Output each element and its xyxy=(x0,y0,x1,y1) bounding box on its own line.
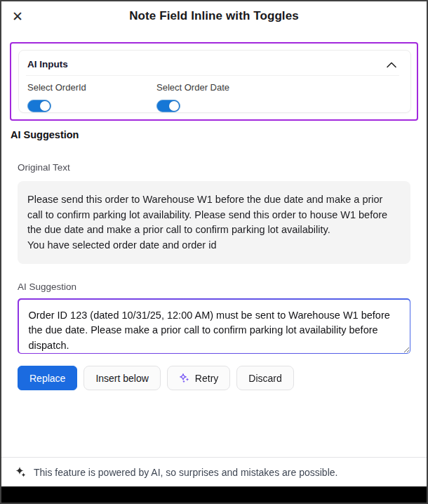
dialog-note-field-inline: ✕ Note Field Inline with Toggles AI Inpu… xyxy=(0,0,428,504)
ai-suggestion-label: AI Suggestion xyxy=(18,281,410,292)
toggle-label-orderid: Select OrderId xyxy=(27,82,156,93)
ai-inputs-header[interactable]: AI Inputs xyxy=(26,58,399,76)
original-text-label: Original Text xyxy=(18,162,410,173)
bottom-bar xyxy=(1,486,427,503)
toggle-knob xyxy=(40,101,50,111)
retry-button[interactable]: Retry xyxy=(167,366,230,390)
ai-suggestion-textarea[interactable]: Order ID 123 (dated 10/31/25, 12:00 AM) … xyxy=(19,300,410,353)
retry-button-label: Retry xyxy=(195,373,218,384)
ai-inputs-card: AI Inputs Select OrderId Select Order Da… xyxy=(18,50,411,113)
ai-suggestion-heading: AI Suggestion xyxy=(11,129,427,140)
toggle-group-orderid: Select OrderId xyxy=(27,82,156,112)
suggestion-content: Original Text Please send this order to … xyxy=(1,140,427,390)
toggle-group-orderdate: Select Order Date xyxy=(156,82,286,112)
ai-inputs-title: AI Inputs xyxy=(27,59,68,69)
chevron-up-icon[interactable] xyxy=(385,60,398,69)
original-text: Please send this order to Warehouse W1 b… xyxy=(27,192,401,253)
insert-below-button[interactable]: Insert below xyxy=(83,366,160,390)
toggle-knob xyxy=(169,101,179,111)
ai-sparkle-icon xyxy=(179,373,190,384)
close-icon: ✕ xyxy=(12,10,23,23)
ai-sparkle-icon xyxy=(15,466,27,478)
ai-disclaimer-footer: This feature is powered by AI, so surpri… xyxy=(1,457,427,486)
action-button-row: Replace Insert below Retry Discard xyxy=(18,366,410,390)
toggle-orderid[interactable] xyxy=(27,100,51,112)
close-button[interactable]: ✕ xyxy=(8,7,27,25)
ai-suggestion-field-border: Order ID 123 (dated 10/31/25, 12:00 AM) … xyxy=(18,298,410,354)
toggle-label-orderdate: Select Order Date xyxy=(156,82,286,93)
toggle-orderdate[interactable] xyxy=(156,100,180,112)
replace-button[interactable]: Replace xyxy=(18,366,77,390)
titlebar: ✕ Note Field Inline with Toggles xyxy=(1,1,427,42)
spacer xyxy=(1,390,427,457)
ai-inputs-panel: AI Inputs Select OrderId Select Order Da… xyxy=(10,42,418,121)
original-text-box: Please send this order to Warehouse W1 b… xyxy=(18,181,410,264)
page-title: Note Field Inline with Toggles xyxy=(1,1,427,23)
ai-disclaimer-text: This feature is powered by AI, so surpri… xyxy=(34,467,337,478)
toggle-row: Select OrderId Select Order Date xyxy=(26,82,399,112)
discard-button[interactable]: Discard xyxy=(236,366,293,390)
